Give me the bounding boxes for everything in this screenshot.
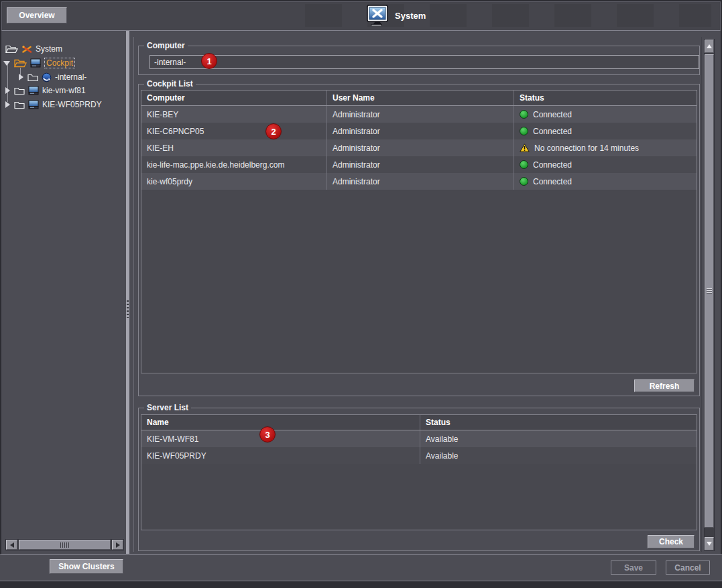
scroll-down-button[interactable] — [705, 537, 714, 550]
status-text: No connection for 14 minutes — [534, 143, 639, 153]
cell-computer: kie-life-mac.ppe.kie.de.heidelberg.com — [141, 156, 326, 173]
status-text: Connected — [533, 160, 572, 170]
status-warning-icon — [520, 143, 530, 152]
tree-item-label: KIE-WF05PRDY — [42, 100, 102, 109]
scroll-right-button[interactable] — [112, 540, 123, 550]
annotation-badge-1: 1 — [201, 53, 217, 69]
cell-status: No connection for 14 minutes — [514, 139, 697, 156]
splitter-handle[interactable] — [126, 31, 129, 554]
table-row[interactable]: KIE-BEY Administrator Connected — [141, 106, 697, 123]
cockpit-table: Computer User Name Status KIE-BEY Admini… — [141, 90, 697, 373]
tools-icon — [21, 45, 32, 54]
column-header-name[interactable]: Name — [141, 415, 420, 430]
expander-right-icon[interactable] — [5, 87, 10, 94]
computer-icon — [28, 100, 39, 109]
scroll-left-button[interactable] — [6, 540, 17, 550]
status-text: Connected — [533, 127, 572, 136]
cancel-button[interactable]: Cancel — [666, 561, 710, 575]
folder-closed-icon — [27, 73, 38, 82]
tree-item-kie-vm-wf81[interactable]: kie-vm-wf81 — [5, 84, 86, 97]
annotation-badge-3: 3 — [259, 426, 276, 443]
tree-item-system[interactable]: System — [5, 42, 62, 56]
cell-name: KIE-WF05PRDY — [141, 447, 420, 464]
page-title: System — [395, 11, 426, 21]
table-row[interactable]: KIE-WF05PRDY Available — [141, 447, 697, 464]
cell-status: Available — [420, 430, 697, 447]
status-connected-icon — [520, 127, 528, 135]
status-connected-icon — [520, 110, 528, 119]
table-row[interactable]: KIE-EH Administrator No connection for 1… — [141, 139, 697, 156]
cell-user-name: Administrator — [326, 173, 514, 190]
cell-computer: KIE-C6PNCP05 — [141, 123, 326, 139]
cell-user-name: Administrator — [326, 139, 514, 156]
column-header-computer[interactable]: Computer — [141, 91, 326, 105]
cell-user-name: Administrator — [326, 106, 514, 123]
tree-item-internal[interactable]: -internal- — [19, 70, 86, 84]
computer-icon — [28, 86, 39, 95]
tree-item-kie-wf05prdy[interactable]: KIE-WF05PRDY — [5, 98, 102, 111]
tree-item-label-selected: Cockpit — [44, 58, 75, 68]
folder-closed-icon — [14, 86, 25, 95]
cell-user-name: Administrator — [326, 123, 514, 139]
server-table: Name Status KIE-VM-WF81 Available KIE-WF… — [141, 414, 697, 530]
cockpit-table-header: Computer User Name Status — [141, 91, 697, 106]
main-vertical-scrollbar[interactable] — [704, 39, 715, 551]
cell-status: Connected — [514, 173, 697, 190]
folder-open-orange-icon — [14, 58, 27, 68]
server-list-groupbox: Server List Name Status KIE-VM-WF81 Avai… — [138, 408, 700, 551]
check-button[interactable]: Check — [648, 535, 695, 548]
horizontal-scrollbar-thumb[interactable] — [19, 540, 111, 550]
cell-computer: kie-wf05prdy — [141, 173, 326, 190]
tree-item-label: kie-vm-wf81 — [42, 86, 86, 95]
vertical-scrollbar-thumb[interactable] — [705, 54, 714, 528]
overview-button[interactable]: Overview — [7, 7, 67, 23]
server-table-header: Name Status — [141, 415, 697, 430]
sync-globe-icon — [42, 72, 52, 82]
cell-status: Available — [420, 447, 697, 464]
cell-status: Connected — [514, 123, 697, 139]
up-arrow-icon — [707, 44, 712, 48]
main-panel-left-edge — [133, 37, 134, 552]
status-text: Connected — [533, 110, 572, 119]
status-connected-icon — [520, 160, 528, 169]
status-text: Connected — [533, 177, 572, 186]
scroll-up-button[interactable] — [705, 40, 714, 53]
cell-computer: KIE-BEY — [141, 106, 326, 123]
save-button[interactable]: Save — [611, 561, 656, 575]
column-header-status[interactable]: Status — [514, 91, 697, 105]
expander-down-icon[interactable] — [3, 61, 10, 66]
column-header-status[interactable]: Status — [420, 415, 697, 430]
table-row[interactable]: KIE-VM-WF81 Available — [141, 430, 697, 447]
thumb-grip — [60, 542, 70, 548]
refresh-button[interactable]: Refresh — [634, 379, 695, 392]
folder-closed-icon — [14, 101, 25, 109]
tree-item-label: System — [36, 44, 62, 54]
left-arrow-icon — [10, 542, 14, 548]
computer-icon — [30, 58, 41, 68]
table-row[interactable]: kie-life-mac.ppe.kie.de.heidelberg.com A… — [141, 156, 697, 173]
cell-status: Connected — [514, 156, 697, 173]
expander-right-icon[interactable] — [5, 101, 10, 108]
tree-horizontal-scrollbar[interactable] — [5, 539, 124, 550]
cockpit-list-groupbox: Cockpit List Computer User Name Status K… — [138, 84, 700, 396]
tree-item-label: -internal- — [55, 72, 86, 82]
table-row[interactable]: kie-wf05prdy Administrator Connected — [141, 173, 697, 190]
right-arrow-icon — [116, 542, 120, 548]
splitter-grip-dots — [127, 300, 129, 318]
annotation-badge-2: 2 — [265, 123, 282, 139]
folder-open-outline-icon — [5, 44, 18, 54]
computer-input[interactable] — [149, 55, 699, 69]
show-clusters-button[interactable]: Show Clusters — [50, 559, 123, 574]
window-bottom-edge — [0, 581, 722, 588]
tree-item-cockpit[interactable]: Cockpit — [3, 56, 75, 70]
expander-right-icon[interactable] — [19, 74, 23, 80]
page-title-group: System — [366, 3, 426, 27]
column-header-user-name[interactable]: User Name — [326, 91, 514, 105]
cell-status: Connected — [514, 106, 697, 123]
system-window: Overview System — [0, 0, 722, 588]
down-arrow-icon — [707, 542, 712, 546]
system-icon — [366, 5, 389, 26]
table-row[interactable]: KIE-C6PNCP05 Administrator Connected — [141, 123, 697, 139]
server-list-legend: Server List — [144, 403, 191, 412]
cell-computer: KIE-EH — [141, 139, 326, 156]
